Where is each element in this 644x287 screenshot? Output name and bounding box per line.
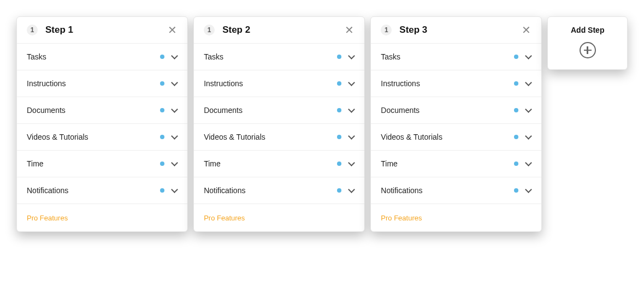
row-label: Notifications [27,186,160,195]
row-label: Tasks [27,52,160,61]
step-number-badge: 1 [381,25,392,35]
step-title: Step 3 [399,25,521,35]
section-row-time[interactable]: Time [17,151,187,177]
row-label: Time [204,159,337,168]
pro-features-link[interactable]: Pro Features [381,214,422,222]
section-row-documents[interactable]: Documents [371,97,541,124]
status-dot-icon [514,135,518,139]
steps-container: 1 Step 1 ✕ Tasks Instructions Documents … [16,16,628,232]
status-dot-icon [337,108,341,112]
row-label: Documents [381,106,514,115]
row-label: Time [27,159,160,168]
section-row-notifications[interactable]: Notifications [194,177,364,204]
step-card-1: 1 Step 1 ✕ Tasks Instructions Documents … [16,16,188,232]
section-row-time[interactable]: Time [194,151,364,177]
chevron-down-icon [348,188,355,193]
status-dot-icon [160,81,164,86]
row-label: Tasks [204,52,337,61]
status-dot-icon [160,162,164,166]
chevron-down-icon [171,55,178,59]
row-label: Instructions [27,79,160,88]
status-dot-icon [337,188,341,193]
status-dot-icon [514,81,518,86]
pro-features-row: Pro Features [371,204,541,231]
add-step-label: Add Step [571,26,604,34]
row-label: Documents [204,106,337,115]
step-card-3: 1 Step 3 ✕ Tasks Instructions Documents … [370,16,542,232]
status-dot-icon [337,55,341,59]
chevron-down-icon [348,162,355,166]
status-dot-icon [337,81,341,86]
section-row-notifications[interactable]: Notifications [371,177,541,204]
close-icon[interactable]: ✕ [167,25,178,35]
chevron-down-icon [171,188,178,193]
close-icon[interactable]: ✕ [344,25,355,35]
chevron-down-icon [525,81,531,86]
section-row-documents[interactable]: Documents [194,97,364,124]
close-icon[interactable]: ✕ [521,25,531,35]
section-row-time[interactable]: Time [371,151,541,177]
pro-features-row: Pro Features [194,204,364,231]
row-label: Instructions [381,79,514,88]
status-dot-icon [514,162,518,166]
chevron-down-icon [171,135,178,139]
section-row-videos[interactable]: Videos & Tutorials [194,124,364,151]
add-step-button[interactable]: Add Step [547,16,628,70]
pro-features-row: Pro Features [17,204,187,231]
status-dot-icon [514,188,518,193]
step-header: 1 Step 1 ✕ [17,17,187,44]
section-row-notifications[interactable]: Notifications [17,177,187,204]
pro-features-link[interactable]: Pro Features [27,214,68,222]
chevron-down-icon [525,135,531,139]
step-title: Step 1 [45,25,167,35]
section-row-instructions[interactable]: Instructions [371,70,541,97]
row-label: Time [381,159,514,168]
row-label: Notifications [381,186,514,195]
status-dot-icon [514,108,518,112]
chevron-down-icon [348,135,355,139]
step-number-badge: 1 [27,25,38,35]
chevron-down-icon [171,81,178,86]
step-title: Step 2 [222,25,344,35]
section-row-instructions[interactable]: Instructions [17,70,187,97]
chevron-down-icon [348,55,355,59]
step-card-2: 1 Step 2 ✕ Tasks Instructions Documents … [193,16,365,232]
chevron-down-icon [525,188,531,193]
step-number-badge: 1 [204,25,215,35]
status-dot-icon [160,108,164,112]
status-dot-icon [160,188,164,193]
section-row-tasks[interactable]: Tasks [371,44,541,70]
step-header: 1 Step 3 ✕ [371,17,541,44]
status-dot-icon [337,135,341,139]
row-label: Documents [27,106,160,115]
chevron-down-icon [348,108,355,112]
section-row-videos[interactable]: Videos & Tutorials [17,124,187,151]
status-dot-icon [337,162,341,166]
row-label: Notifications [204,186,337,195]
status-dot-icon [160,135,164,139]
step-header: 1 Step 2 ✕ [194,17,364,44]
plus-icon [580,42,596,58]
row-label: Videos & Tutorials [27,133,160,141]
section-row-documents[interactable]: Documents [17,97,187,124]
row-label: Tasks [381,52,514,61]
chevron-down-icon [348,81,355,86]
chevron-down-icon [525,108,531,112]
section-row-tasks[interactable]: Tasks [17,44,187,70]
section-row-tasks[interactable]: Tasks [194,44,364,70]
row-label: Videos & Tutorials [381,133,514,141]
section-row-videos[interactable]: Videos & Tutorials [371,124,541,151]
pro-features-link[interactable]: Pro Features [204,214,245,222]
section-row-instructions[interactable]: Instructions [194,70,364,97]
chevron-down-icon [171,108,178,112]
chevron-down-icon [525,55,531,59]
status-dot-icon [160,55,164,59]
row-label: Instructions [204,79,337,88]
chevron-down-icon [525,162,531,166]
status-dot-icon [514,55,518,59]
row-label: Videos & Tutorials [204,133,337,141]
chevron-down-icon [171,162,178,166]
